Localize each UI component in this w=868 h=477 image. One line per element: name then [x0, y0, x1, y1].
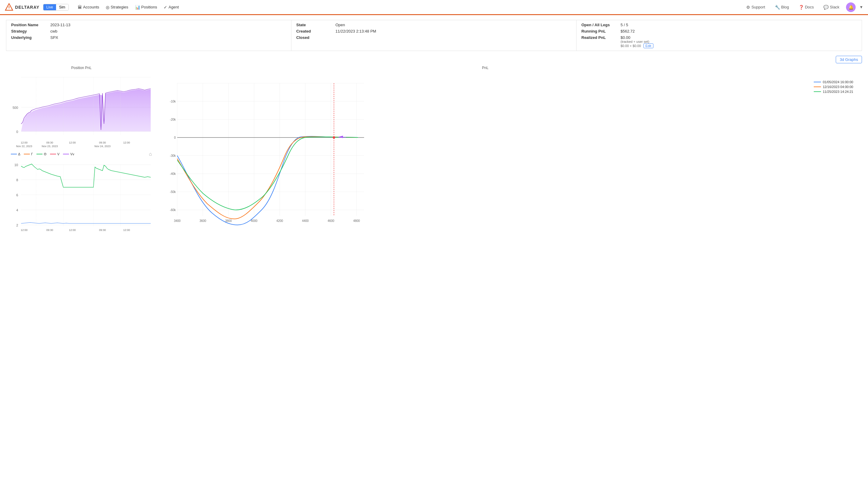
svg-text:-30k: -30k — [170, 154, 176, 157]
legend-vega: V — [50, 152, 59, 156]
greeks-chart: 10 8 6 4 2 12:00 09:30 12:00 09:30 12:00 — [6, 158, 157, 234]
legs-row: Open / All Legs 5 / 5 — [581, 23, 857, 27]
nav-positions[interactable]: 📊 Positions — [132, 3, 160, 11]
svg-text:12:00: 12:00 — [69, 141, 76, 144]
closed-row: Closed — [296, 35, 571, 40]
svg-text:Nov 22, 2023: Nov 22, 2023 — [16, 145, 32, 148]
sim-mode-button[interactable]: Sim — [56, 4, 68, 10]
pnl-chart-main: PnL — [159, 66, 811, 240]
svg-text:500: 500 — [13, 106, 18, 110]
avatar[interactable]: 🔔 — [846, 2, 856, 12]
legend-row-1: 12/16/2023 04:00:00 — [814, 85, 862, 89]
info-section-right: Open / All Legs 5 / 5 Running PnL $562.7… — [577, 20, 862, 51]
state-label: State — [296, 23, 336, 27]
svg-text:12:00: 12:00 — [123, 141, 130, 144]
svg-text:12:00: 12:00 — [21, 229, 28, 232]
delta-label: Δ — [18, 152, 20, 156]
nav-support-label: Support — [751, 5, 765, 9]
svg-text:4400: 4400 — [302, 219, 309, 222]
pnl-legend-items: 01/05/2024 16:00:00 12/16/2023 04:00:00 … — [814, 80, 862, 93]
info-section-middle: State Open Created 11/22/2023 2:13:48 PM… — [291, 20, 577, 51]
realized-pnl-detail: $0.00 + $0.00 — [621, 44, 641, 48]
pnl-right-svg: 0 -10k -20k -30k -40k -50k -60k 3400 360… — [159, 71, 370, 240]
legs-label: Open / All Legs — [581, 23, 621, 27]
nav-items: 🏛 Accounts ◎ Strategies 📊 Positions ✓ Ag… — [75, 3, 741, 11]
nav-blog[interactable]: 🔧 Blog — [772, 3, 792, 11]
gamma-label: Γ — [31, 152, 33, 156]
svg-text:-20k: -20k — [170, 118, 176, 121]
svg-text:4600: 4600 — [328, 219, 335, 222]
svg-text:6: 6 — [16, 193, 18, 197]
svg-text:Nov 23, 2023: Nov 23, 2023 — [41, 145, 58, 148]
svg-text:12:00: 12:00 — [123, 229, 130, 232]
nav-slack[interactable]: 💬 Slack — [820, 3, 842, 11]
legs-value: 5 / 5 — [621, 23, 628, 27]
nav-blog-label: Blog — [781, 5, 789, 9]
svg-text:09:30: 09:30 — [99, 229, 106, 232]
running-pnl-row: Running PnL $562.72 — [581, 29, 857, 33]
position-name-label: Position Name — [11, 23, 50, 27]
legend-theta: Θ — [36, 152, 46, 156]
home-icon[interactable]: ⌂ — [149, 151, 152, 157]
underlying-value: SPX — [50, 35, 58, 40]
nav-docs-label: Docs — [805, 5, 814, 9]
navbar: DELTARAY Live Sim 🏛 Accounts ◎ Strategie… — [0, 0, 868, 15]
svg-text:4000: 4000 — [251, 219, 258, 222]
mode-switcher[interactable]: Live Sim — [43, 4, 69, 10]
positions-icon: 📊 — [135, 5, 140, 10]
logo-area: DELTARAY — [5, 3, 39, 11]
svg-text:-10k: -10k — [170, 100, 176, 103]
avatar-chevron[interactable]: ▼ — [859, 5, 863, 9]
svg-text:0: 0 — [16, 130, 18, 133]
position-pnl-chart: 500 0 12:00 Nov 22, 2023 — [6, 71, 157, 150]
legend-label-1: 12/16/2023 04:00:00 — [823, 85, 853, 89]
svg-text:2: 2 — [16, 223, 18, 227]
svg-text:8: 8 — [16, 178, 18, 182]
svg-text:-60k: -60k — [170, 208, 176, 212]
top-right-actions: 3d Graphs — [6, 56, 862, 63]
created-value: 11/22/2023 2:13:48 PM — [336, 29, 376, 33]
accounts-icon: 🏛 — [78, 5, 82, 10]
svg-text:12:00: 12:00 — [69, 229, 76, 232]
strategy-value: cwb — [50, 29, 57, 33]
position-info-grid: Position Name 2023-11-13 Strategy cwb Un… — [6, 20, 862, 51]
main-content: Position Name 2023-11-13 Strategy cwb Un… — [0, 15, 868, 245]
nav-agent[interactable]: ✓ Agent — [161, 3, 182, 11]
legend-line-blue — [814, 82, 821, 82]
blog-icon: 🔧 — [775, 5, 780, 10]
nav-accounts-label: Accounts — [83, 5, 99, 9]
live-mode-button[interactable]: Live — [43, 4, 56, 10]
graphs-3d-button[interactable]: 3d Graphs — [836, 56, 862, 63]
svg-text:3600: 3600 — [199, 219, 207, 222]
strategies-icon: ◎ — [106, 5, 110, 10]
app-name: DELTARAY — [15, 5, 39, 10]
underlying-row: Underlying SPX — [11, 35, 286, 40]
running-pnl-label: Running PnL — [581, 29, 621, 33]
pnl-legend: 01/05/2024 16:00:00 12/16/2023 04:00:00 … — [814, 66, 862, 240]
docs-icon: ❓ — [799, 5, 804, 10]
vv-label: Vv — [70, 152, 74, 156]
strategy-row: Strategy cwb — [11, 29, 286, 33]
nav-support[interactable]: ⚙ Support — [743, 3, 768, 11]
greeks-svg: 10 8 6 4 2 12:00 09:30 12:00 09:30 12:00 — [6, 158, 154, 234]
right-chart-wrapper: PnL — [159, 66, 862, 240]
svg-text:Nov 24, 2023: Nov 24, 2023 — [94, 145, 111, 148]
legend-gamma: Γ — [24, 152, 33, 156]
svg-text:-40k: -40k — [170, 172, 176, 176]
svg-marker-72 — [338, 136, 343, 138]
realized-pnl-value: $0.00 — [621, 35, 630, 40]
info-section-left: Position Name 2023-11-13 Strategy cwb Un… — [6, 20, 291, 51]
nav-accounts[interactable]: 🏛 Accounts — [75, 3, 102, 11]
legend-row-2: 11/25/2023 14:24:21 — [814, 90, 862, 93]
pnl-svg: 500 0 12:00 Nov 22, 2023 — [6, 71, 154, 150]
realized-pnl-sub: (tracked + user set) — [621, 40, 653, 43]
legend-line-orange — [814, 87, 821, 87]
svg-text:4: 4 — [16, 208, 18, 212]
edit-button[interactable]: Edit — [644, 43, 653, 48]
nav-strategies[interactable]: ◎ Strategies — [103, 3, 131, 11]
svg-point-71 — [333, 136, 335, 139]
logo-icon — [5, 3, 13, 11]
svg-text:3400: 3400 — [174, 219, 181, 222]
nav-docs[interactable]: ❓ Docs — [796, 3, 817, 11]
legend-label-2: 11/25/2023 14:24:21 — [823, 90, 853, 93]
